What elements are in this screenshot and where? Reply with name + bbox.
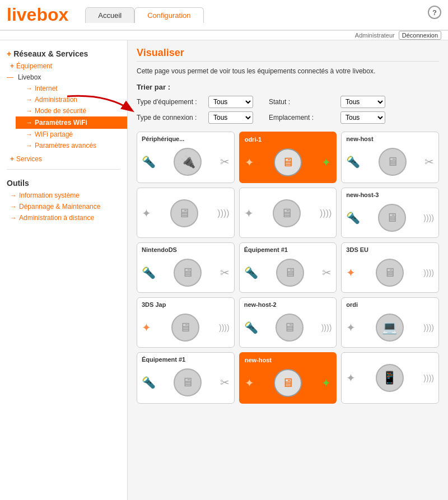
sidebar-item-internet[interactable]: → Internet [16,83,127,94]
logo: livebox [7,4,68,25]
filter-row-2: Type de connexion : Tous Emplacement : T… [137,111,439,124]
sidebar-item-parametres-avances[interactable]: → Paramètres avancés [16,140,127,151]
device-card-10[interactable]: 3DS Jap ✦ 🖥 )))) [137,297,235,348]
sidebar-item-info-sys[interactable]: → Information système [0,190,127,201]
sidebar-item-equipement[interactable]: + Équipement [0,60,127,72]
sidebar-item-mode-securite[interactable]: → Mode de sécurité [16,105,127,116]
sidebar-item-administration[interactable]: → Administration [16,94,127,105]
statut-label: Statut : [269,98,336,106]
device-card-5[interactable]: ✦ 🖥 )))) [239,188,337,238]
device-icons-10: ✦ 🖥 )))) [142,311,230,344]
device-card-7[interactable]: NintendoDS 🔦 🖥 ✂ [137,242,235,293]
emplacement-select[interactable]: Tous [340,111,385,124]
device-card-8[interactable]: Équipement #1 🔦 🖥 ✂ [239,242,337,293]
outils-title: Outils [0,175,127,190]
device-card-14[interactable]: new-host ✦ 🖥 ✦ [239,352,337,404]
device-card-15[interactable]: ✦ 📱 )))) [341,352,439,404]
tab-configuration[interactable]: Configuration [134,7,203,23]
device-icons-15: ✦ 📱 )))) [346,362,434,394]
device-circle-15: 📱 [376,364,404,392]
device-card-11[interactable]: new-host-2 🔦 🖥 )))) [239,297,337,348]
wifi-icon: )))) [423,213,434,222]
device-name-8: Équipement #1 [244,246,332,253]
filter-row-1: Type d'équipement : Tous Statut : Tous [137,96,439,108]
device-icons-2: ✦ 🖥 ✦ [245,146,332,179]
computer-icon: 🖥 [281,206,293,221]
sidebar-item-depannage[interactable]: → Dépannage & Maintenance [0,201,127,212]
description: Cette page vous permet de voir tous les … [137,66,439,76]
admin-bar: Administrateur Déconnexion [0,31,448,40]
device-card-9[interactable]: 3DS EU ✦ 🖥 )))) [341,242,439,293]
sidebar-item-parametres-wifi[interactable]: → Paramètres WiFi [16,116,127,129]
logout-button[interactable]: Déconnexion [399,31,441,40]
device-card-4[interactable]: ✦ 🖥 )))) [137,188,235,238]
device-name-10: 3DS Jap [142,301,230,308]
sidebar-section-label: Réseaux & Services [13,49,88,58]
arrows-icon: ✦ [244,207,254,220]
scissors-icon: ✂ [220,376,230,389]
device-card-1[interactable]: Périphérique... 🔦 🔌 ✂ [137,132,235,183]
type-connexion-select[interactable]: Tous [208,111,253,124]
device-circle-11: 🖥 [276,314,304,342]
device-card-3[interactable]: new-host 🔦 🖥 ✂ [341,132,439,183]
device-circle-12: 💻 [376,314,404,342]
device-icons-1: 🔦 🔌 ✂ [142,146,230,178]
computer-icon: 🖥 [386,211,398,225]
computer-icon: 🖥 [384,265,396,280]
sidebar: + Réseaux & Services + Équipement — Live… [0,40,128,500]
device-icons-13: 🔦 🖥 ✂ [142,366,230,399]
arrow-icon: → [26,130,32,138]
sidebar-item-admin-distance[interactable]: → Administration à distance [0,212,127,223]
computer-icon: 🖥 [282,155,294,170]
device-name-2: odri-1 [245,136,332,143]
lamp-icon: 🔦 [142,376,156,389]
statut-select[interactable]: Tous [340,96,385,108]
emplacement-label: Emplacement : [269,114,336,122]
lamp-icon: 🔦 [346,155,360,169]
network-icon: ✦ [321,156,331,169]
wifi-icon: )))) [217,208,229,218]
device-circle-14: 🖥 [274,369,302,397]
arrows-icon: ✦ [245,376,254,390]
scissors-icon: ✂ [424,155,434,169]
sidebar-item-services[interactable]: + Services [0,153,127,165]
wifi-icon: )))) [321,323,332,332]
computer-icon: 🖥 [178,206,190,221]
device-circle-2: 🖥 [274,148,302,176]
device-card-6[interactable]: new-host-3 🔦 🖥 )))) [341,188,439,238]
plus-icon: + [10,62,14,70]
tab-accueil[interactable]: Accueil [85,7,134,23]
tab-bar: Accueil Configuration [85,7,203,23]
device-icons-5: ✦ 🖥 )))) [244,197,332,230]
type-connexion-label: Type de connexion : [137,114,204,122]
type-equipement-select[interactable]: Tous [208,96,253,108]
lamp-icon: 🔦 [142,266,156,279]
computer-icon: 🖥 [179,320,192,335]
device-card-13[interactable]: Équipement #1 🔦 🖥 ✂ [137,352,235,404]
arrow-icon: → [26,85,32,92]
device-card-2[interactable]: odri-1 ✦ 🖥 ✦ [239,132,337,183]
wifi-icon: )))) [219,323,230,332]
arrows-icon: ✦ [346,266,356,279]
wifi-icon: )))) [320,208,332,218]
device-name-1: Périphérique... [142,135,230,142]
scissors-icon: ✂ [322,266,332,279]
arrow-icon: → [10,203,17,211]
device-name-12: ordi [346,301,434,308]
device-grid: Périphérique... 🔦 🔌 ✂ odri-1 ✦ 🖥 [137,132,439,404]
device-icons-7: 🔦 🖥 ✂ [142,256,230,289]
arrow-icon: → [26,142,32,149]
device-icons-14: ✦ 🖥 ✦ [245,367,332,399]
arrows-icon: ✦ [346,371,356,385]
network-icon: ✦ [321,376,331,390]
scissors-icon: ✂ [220,155,230,169]
device-name-11: new-host-2 [244,301,332,308]
sidebar-item-livebox[interactable]: — Livebox [0,72,127,83]
device-circle-5: 🖥 [273,199,301,227]
help-button[interactable]: ? [428,6,441,19]
device-circle-6: 🖥 [378,204,406,232]
sidebar-item-wifi-partage[interactable]: → WiFi partagé [16,129,127,140]
device-card-12[interactable]: ordi ✦ 💻 )))) [341,297,439,348]
lamp-icon: 🔦 [142,155,156,169]
computer-icon: 🖥 [386,155,399,169]
